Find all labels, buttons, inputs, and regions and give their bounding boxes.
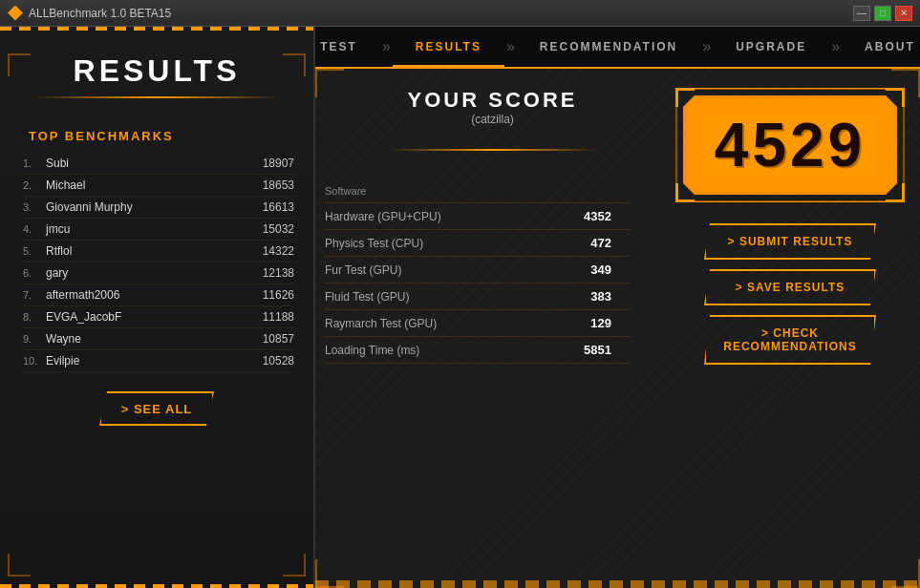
stats-label: Loading Time (ms) bbox=[325, 344, 419, 357]
benchmark-rank: 10. bbox=[23, 355, 46, 367]
benchmark-name: gary bbox=[46, 266, 246, 280]
lp-corner-br bbox=[283, 554, 306, 577]
benchmark-name: EVGA_JacobF bbox=[46, 310, 246, 324]
stats-value: 129 bbox=[590, 316, 631, 330]
stats-row: Physics Test (CPU) 472 bbox=[325, 230, 631, 257]
benchmark-score: 11188 bbox=[246, 310, 294, 324]
maximize-button[interactable]: □ bbox=[874, 6, 891, 21]
benchmark-item: 3. Giovanni Murphy 16613 bbox=[23, 197, 294, 219]
main-container: RESULTS TOP BENCHMARKS 1. Subi 18907 2. … bbox=[0, 27, 920, 588]
nav-separator: » bbox=[829, 38, 842, 55]
bottom-strip bbox=[315, 580, 920, 588]
benchmark-score: 11626 bbox=[246, 288, 294, 302]
stats-row: Fluid Test (GPU) 383 bbox=[325, 284, 631, 310]
benchmark-name: Subi bbox=[46, 157, 246, 170]
benchmark-list: 1. Subi 18907 2. Michael 18653 3. Giovan… bbox=[0, 153, 313, 372]
title-bar: ALLBenchmark 1.0 BETA15 — □ ✕ bbox=[0, 0, 920, 27]
benchmark-name: jmcu bbox=[46, 222, 246, 236]
stats-value: 5851 bbox=[584, 343, 631, 357]
app-icon bbox=[8, 6, 23, 21]
benchmark-item: 7. aftermath2006 11626 bbox=[23, 284, 294, 306]
benchmark-rank: 4. bbox=[23, 223, 46, 235]
top-benchmarks-label: TOP BENCHMARKS bbox=[0, 116, 313, 153]
benchmark-item: 9. Wayne 10857 bbox=[23, 328, 294, 350]
benchmark-item: 5. Rtflol 14322 bbox=[23, 241, 294, 262]
benchmark-rank: 9. bbox=[23, 333, 46, 345]
results-title: RESULTS bbox=[0, 27, 313, 116]
benchmark-rank: 5. bbox=[23, 245, 46, 257]
benchmark-name: Giovanni Murphy bbox=[46, 200, 246, 214]
stats-value: 4352 bbox=[584, 209, 631, 223]
stats-row: Hardware (GPU+CPU) 4352 bbox=[325, 203, 631, 230]
benchmark-name: aftermath2006 bbox=[46, 288, 246, 302]
benchmark-item: 4. jmcu 15032 bbox=[23, 219, 294, 241]
hud-corner-tl bbox=[315, 69, 344, 97]
top-nav: TEST»RESULTS»RECOMMENDATION»UPGRADE»ABOU… bbox=[315, 27, 920, 69]
minimize-button[interactable]: — bbox=[853, 6, 870, 21]
left-panel: RESULTS TOP BENCHMARKS 1. Subi 18907 2. … bbox=[0, 27, 315, 588]
benchmark-item: 8. EVGA_JacobF 11188 bbox=[23, 306, 294, 328]
software-row: Software bbox=[325, 179, 631, 203]
save-results-button[interactable]: > SAVE RESULTS bbox=[704, 269, 876, 305]
benchmark-rank: 3. bbox=[23, 201, 46, 213]
nav-separator: » bbox=[700, 38, 713, 55]
benchmark-item: 2. Michael 18653 bbox=[23, 175, 294, 197]
right-panel: TEST»RESULTS»RECOMMENDATION»UPGRADE»ABOU… bbox=[315, 27, 920, 588]
stats-label: Fluid Test (GPU) bbox=[325, 290, 409, 304]
benchmark-score: 10528 bbox=[246, 354, 294, 368]
stats-label: Hardware (GPU+CPU) bbox=[325, 210, 441, 223]
user-name-label: (catzilla) bbox=[325, 113, 660, 126]
title-bar-text: ALLBenchmark 1.0 BETA15 bbox=[29, 7, 171, 20]
submit-results-button[interactable]: > SUBMIT RESULTS bbox=[704, 223, 876, 260]
benchmark-name: Wayne bbox=[46, 332, 246, 346]
stats-row: Fur Test (GPU) 349 bbox=[325, 257, 631, 284]
middle-column: YOUR SCORE (catzilla) Software Hardware … bbox=[325, 78, 660, 571]
benchmark-name: Rtflol bbox=[46, 244, 246, 258]
benchmark-rank: 6. bbox=[23, 267, 46, 279]
action-buttons: > SUBMIT RESULTS > SAVE RESULTS > CHECK … bbox=[704, 214, 876, 365]
nav-item-results[interactable]: RESULTS bbox=[393, 27, 504, 67]
benchmark-score: 12138 bbox=[246, 266, 294, 280]
stats-value: 383 bbox=[590, 289, 631, 304]
stats-label: Raymarch Test (GPU) bbox=[325, 317, 437, 330]
stats-label: Fur Test (GPU) bbox=[325, 263, 401, 277]
title-bar-controls: — □ ✕ bbox=[853, 6, 912, 21]
stats-value: 472 bbox=[590, 236, 631, 250]
nav-separator: » bbox=[504, 38, 517, 55]
benchmark-score: 14322 bbox=[246, 244, 294, 258]
benchmark-rank: 7. bbox=[23, 289, 46, 301]
benchmark-name: Michael bbox=[46, 178, 246, 192]
nav-item-test[interactable]: TEST bbox=[315, 27, 380, 67]
score-number: 4529 bbox=[715, 110, 866, 180]
benchmark-item: 1. Subi 18907 bbox=[23, 153, 294, 175]
stats-row: Raymarch Test (GPU) 129 bbox=[325, 310, 631, 337]
nav-item-about[interactable]: ABOUT bbox=[842, 27, 920, 67]
stats-label: Physics Test (CPU) bbox=[325, 237, 423, 250]
nav-separator: » bbox=[380, 38, 393, 55]
see-all-button[interactable]: > SEE ALL bbox=[99, 391, 214, 426]
stats-table: Software Hardware (GPU+CPU) 4352 Physics… bbox=[325, 179, 631, 364]
nav-item-recommendation[interactable]: RECOMMENDATION bbox=[517, 27, 700, 67]
right-content: YOUR SCORE (catzilla) Software Hardware … bbox=[315, 69, 920, 580]
benchmark-score: 16613 bbox=[246, 200, 294, 214]
your-score-label: YOUR SCORE bbox=[325, 88, 660, 113]
software-label: Software bbox=[325, 185, 366, 197]
lp-corner-bl bbox=[8, 554, 31, 577]
score-display: 4529 bbox=[683, 95, 897, 195]
close-button[interactable]: ✕ bbox=[895, 6, 912, 21]
benchmark-score: 15032 bbox=[246, 222, 294, 236]
benchmark-rank: 2. bbox=[23, 179, 46, 191]
score-box-container: 4529 bbox=[675, 88, 905, 202]
nav-item-upgrade[interactable]: UPGRADE bbox=[713, 27, 829, 67]
benchmark-score: 18907 bbox=[246, 157, 294, 170]
stats-value: 349 bbox=[590, 262, 631, 277]
benchmark-name: Evilpie bbox=[46, 354, 246, 368]
title-bar-left: ALLBenchmark 1.0 BETA15 bbox=[8, 6, 171, 21]
check-recommendations-button[interactable]: > CHECK RECOMMENDATIONS bbox=[704, 315, 876, 365]
benchmark-rank: 8. bbox=[23, 311, 46, 323]
benchmark-item: 10. Evilpie 10528 bbox=[23, 350, 294, 372]
benchmark-item: 6. gary 12138 bbox=[23, 262, 294, 284]
benchmark-score: 18653 bbox=[246, 178, 294, 192]
score-divider bbox=[388, 149, 598, 151]
stats-row: Loading Time (ms) 5851 bbox=[325, 337, 631, 364]
